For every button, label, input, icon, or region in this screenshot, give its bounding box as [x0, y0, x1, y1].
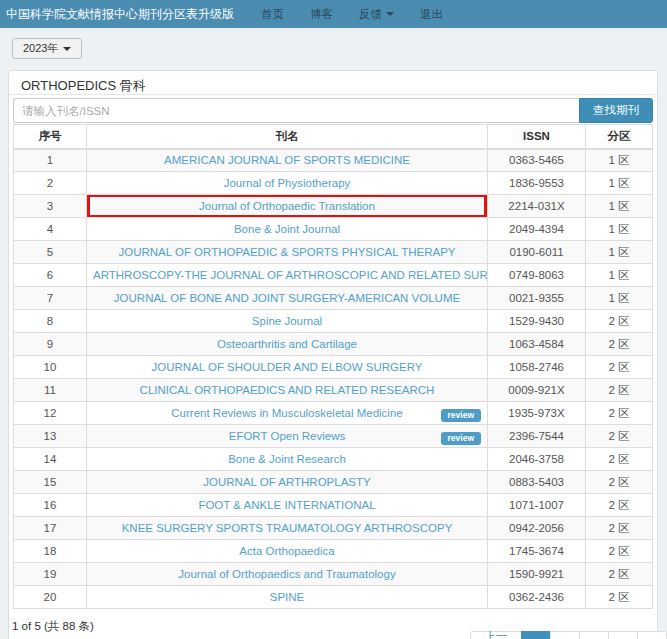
journal-link[interactable]: Journal of Orthopaedic Translation: [199, 200, 375, 212]
journal-issn: 0883-5403: [488, 471, 586, 494]
row-index: 14: [14, 448, 87, 471]
journal-link[interactable]: JOURNAL OF ORTHOPAEDIC & SPORTS PHYSICAL…: [119, 246, 456, 258]
journal-link[interactable]: Acta Orthopaedica: [239, 545, 334, 557]
site-title[interactable]: 中国科学院文献情报中心期刊分区表升级版: [6, 6, 234, 23]
journal-issn: 0363-5465: [488, 149, 586, 172]
row-index: 20: [14, 586, 87, 609]
row-index: 5: [14, 241, 87, 264]
table-row: 12Current Reviews in Musculoskeletal Med…: [14, 402, 653, 425]
journal-link[interactable]: AMERICAN JOURNAL OF SPORTS MEDICINE: [164, 154, 410, 166]
journal-issn: 2049-4394: [488, 218, 586, 241]
nav-item-0[interactable]: 首页: [248, 7, 297, 22]
journal-name-cell: Bone & Joint Journal: [87, 218, 488, 241]
table-row: 16FOOT & ANKLE INTERNATIONAL1071-10072 区: [14, 494, 653, 517]
journal-link[interactable]: Journal of Physiotherapy: [224, 177, 351, 189]
journal-name-cell: KNEE SURGERY SPORTS TRAUMATOLOGY ARTHROS…: [87, 517, 488, 540]
pagination-page-4[interactable]: 4: [608, 631, 638, 639]
journal-link[interactable]: Bone & Joint Journal: [234, 223, 340, 235]
journal-issn: 1529-9430: [488, 310, 586, 333]
journal-zone: 2 区: [586, 379, 653, 402]
journal-zone: 2 区: [586, 333, 653, 356]
pagination-page-2[interactable]: 2: [550, 631, 580, 639]
year-dropdown-button[interactable]: 2023年: [12, 38, 82, 59]
category-title: ORTHOPEDICS 骨科: [9, 71, 657, 95]
journal-zone: 2 区: [586, 494, 653, 517]
pagination: 上一页12345: [470, 631, 667, 639]
journal-issn: 1071-1007: [488, 494, 586, 517]
journal-table: 序号 刊名 ISSN 分区 1AMERICAN JOURNAL OF SPORT…: [13, 124, 653, 609]
journal-link[interactable]: JOURNAL OF ARTHROPLASTY: [203, 476, 370, 488]
search-input[interactable]: [13, 98, 579, 123]
nav-item-3[interactable]: 退出: [407, 7, 456, 22]
table-row: 4Bone & Joint Journal2049-43941 区: [14, 218, 653, 241]
journal-name-cell: EFORT Open Reviewsreview: [87, 425, 488, 448]
journal-name-cell: Spine Journal: [87, 310, 488, 333]
nav-item-2[interactable]: 反馈: [346, 7, 407, 22]
journal-link[interactable]: EFORT Open Reviews: [229, 430, 346, 442]
table-row: 8Spine Journal1529-94302 区: [14, 310, 653, 333]
journal-link[interactable]: Journal of Orthopaedics and Traumatology: [178, 568, 395, 580]
table-row: 2Journal of Physiotherapy1836-95531 区: [14, 172, 653, 195]
row-index: 19: [14, 563, 87, 586]
journal-link[interactable]: Bone & Joint Research: [228, 453, 346, 465]
journal-issn: 0942-2056: [488, 517, 586, 540]
journal-zone: 2 区: [586, 356, 653, 379]
journal-panel: ORTHOPEDICS 骨科 查找期刊 序号 刊名 ISSN 分区 1AMERI…: [8, 70, 658, 639]
pagination-page-3[interactable]: 3: [579, 631, 609, 639]
journal-link[interactable]: Osteoarthritis and Cartilage: [217, 338, 357, 350]
table-row: 17KNEE SURGERY SPORTS TRAUMATOLOGY ARTHR…: [14, 517, 653, 540]
journal-zone: 1 区: [586, 172, 653, 195]
header-zone: 分区: [586, 125, 653, 149]
review-badge: review: [441, 432, 481, 445]
table-row: 19Journal of Orthopaedics and Traumatolo…: [14, 563, 653, 586]
pagination-prev-button[interactable]: 上一页: [470, 631, 522, 639]
pagination-page-5[interactable]: 5: [637, 631, 667, 639]
main-nav: 首页博客反馈退出: [248, 7, 456, 22]
journal-zone: 1 区: [586, 218, 653, 241]
row-index: 10: [14, 356, 87, 379]
journal-link[interactable]: KNEE SURGERY SPORTS TRAUMATOLOGY ARTHROS…: [122, 522, 453, 534]
year-dropdown-label: 2023年: [23, 41, 58, 56]
journal-link[interactable]: Current Reviews in Musculoskeletal Medic…: [171, 407, 402, 419]
table-row: 1AMERICAN JOURNAL OF SPORTS MEDICINE0363…: [14, 149, 653, 172]
journal-link[interactable]: CLINICAL ORTHOPAEDICS AND RELATED RESEAR…: [140, 384, 435, 396]
journal-link[interactable]: Spine Journal: [252, 315, 322, 327]
journal-link[interactable]: FOOT & ANKLE INTERNATIONAL: [198, 499, 375, 511]
row-index: 8: [14, 310, 87, 333]
journal-name-cell: FOOT & ANKLE INTERNATIONAL: [87, 494, 488, 517]
journal-zone: 1 区: [586, 287, 653, 310]
table-row: 6ARTHROSCOPY-THE JOURNAL OF ARTHROSCOPIC…: [14, 264, 653, 287]
table-header-row: 序号 刊名 ISSN 分区: [14, 125, 653, 149]
row-index: 13: [14, 425, 87, 448]
journal-link[interactable]: JOURNAL OF SHOULDER AND ELBOW SURGERY: [152, 361, 423, 373]
journal-name-cell: Osteoarthritis and Cartilage: [87, 333, 488, 356]
row-index: 7: [14, 287, 87, 310]
journal-issn: 2396-7544: [488, 425, 586, 448]
search-journal-button[interactable]: 查找期刊: [579, 98, 653, 123]
journal-link[interactable]: JOURNAL OF BONE AND JOINT SURGERY-AMERIC…: [114, 292, 460, 304]
nav-item-1[interactable]: 博客: [297, 7, 346, 22]
journal-name-cell: Journal of Orthopaedics and Traumatology: [87, 563, 488, 586]
row-index: 11: [14, 379, 87, 402]
journal-name-cell: ARTHROSCOPY-THE JOURNAL OF ARTHROSCOPIC …: [87, 264, 488, 287]
journal-zone: 1 区: [586, 264, 653, 287]
pagination-page-1[interactable]: 1: [521, 631, 551, 639]
table-row: 13EFORT Open Reviewsreview2396-75442 区: [14, 425, 653, 448]
journal-issn: 0362-2436: [488, 586, 586, 609]
journal-link[interactable]: ARTHROSCOPY-THE JOURNAL OF ARTHROSCOPIC …: [93, 269, 488, 281]
table-row: 15JOURNAL OF ARTHROPLASTY0883-54032 区: [14, 471, 653, 494]
journal-zone: 1 区: [586, 241, 653, 264]
journal-name-cell: Bone & Joint Research: [87, 448, 488, 471]
journal-name-cell: Current Reviews in Musculoskeletal Medic…: [87, 402, 488, 425]
row-index: 9: [14, 333, 87, 356]
journal-zone: 2 区: [586, 471, 653, 494]
journal-issn: 1935-973X: [488, 402, 586, 425]
table-row: 18Acta Orthopaedica1745-36742 区: [14, 540, 653, 563]
journal-zone: 2 区: [586, 310, 653, 333]
row-index: 4: [14, 218, 87, 241]
table-row: 5JOURNAL OF ORTHOPAEDIC & SPORTS PHYSICA…: [14, 241, 653, 264]
journal-link[interactable]: SPINE: [270, 591, 305, 603]
journal-name-cell: JOURNAL OF ARTHROPLASTY: [87, 471, 488, 494]
table-row: 11CLINICAL ORTHOPAEDICS AND RELATED RESE…: [14, 379, 653, 402]
journal-name-cell: Journal of Orthopaedic Translation: [87, 195, 488, 218]
